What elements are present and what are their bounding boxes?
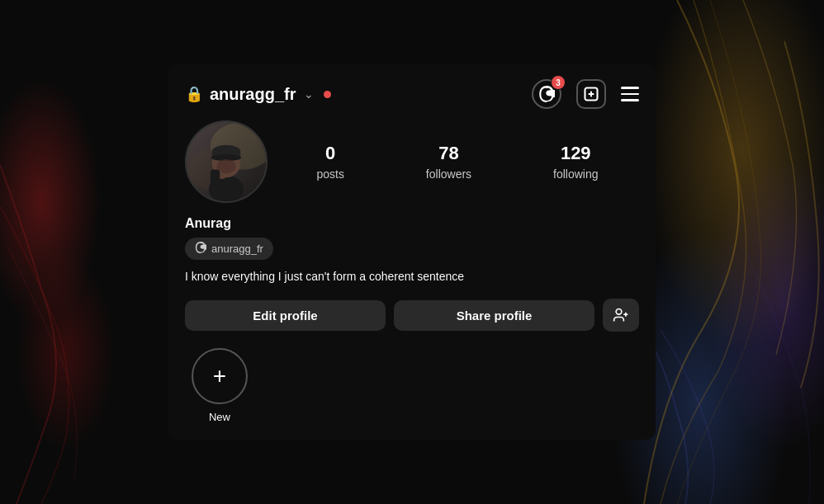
posts-label: posts [316, 167, 343, 181]
threads-handle-badge[interactable]: anuragg_fr [185, 238, 273, 260]
posts-stat[interactable]: 0 posts [316, 143, 343, 181]
following-label: following [553, 167, 598, 181]
header-right: 3 [532, 79, 639, 109]
following-stat[interactable]: 129 following [553, 143, 598, 181]
share-profile-button[interactable]: Share profile [394, 300, 594, 331]
menu-line-3 [621, 99, 639, 101]
plus-square-icon [583, 86, 599, 102]
threads-icon [538, 86, 555, 102]
posts-count: 0 [325, 143, 335, 164]
svg-point-17 [616, 309, 622, 315]
new-story-plus-icon: + [213, 365, 226, 388]
stats-items: 0 posts 78 followers 129 following [268, 143, 639, 181]
create-post-button[interactable] [576, 79, 606, 109]
threads-small-icon [195, 242, 206, 256]
threads-handle-text: anuragg_fr [211, 243, 263, 255]
hamburger-menu-button[interactable] [621, 87, 639, 101]
following-count: 129 [561, 143, 591, 164]
followers-count: 78 [438, 143, 458, 164]
menu-line-2 [621, 93, 639, 96]
followers-label: followers [426, 167, 471, 181]
username-text: anuragg_fr [210, 85, 296, 104]
followers-stat[interactable]: 78 followers [426, 143, 471, 181]
add-person-button[interactable] [603, 299, 639, 332]
lock-icon: 🔒 [185, 85, 203, 103]
stats-row: 0 posts 78 followers 129 following [168, 120, 656, 216]
bio-section: Anurag anuragg_fr I know everything I ju… [168, 216, 656, 299]
chevron-down-icon[interactable]: ⌄ [304, 87, 314, 101]
profile-avatar[interactable] [185, 120, 268, 203]
threads-notifications-button[interactable]: 3 [532, 79, 561, 109]
new-story-label: New [209, 411, 230, 423]
active-dot-indicator [324, 91, 331, 98]
svg-rect-16 [211, 170, 220, 186]
new-story-button[interactable]: + [192, 348, 248, 404]
add-person-icon [613, 307, 629, 323]
profile-card: 🔒 anuragg_fr ⌄ 3 [168, 64, 656, 440]
edit-profile-button[interactable]: Edit profile [185, 300, 386, 331]
notification-count-badge: 3 [551, 75, 566, 90]
display-name: Anurag [185, 216, 639, 231]
bio-text: I know everything I just can't form a co… [185, 268, 639, 285]
header-left: 🔒 anuragg_fr ⌄ [185, 85, 331, 104]
action-buttons: Edit profile Share profile [168, 299, 656, 348]
profile-header: 🔒 anuragg_fr ⌄ 3 [168, 64, 656, 120]
menu-line-1 [621, 87, 639, 89]
new-story-section: + New [175, 348, 264, 423]
